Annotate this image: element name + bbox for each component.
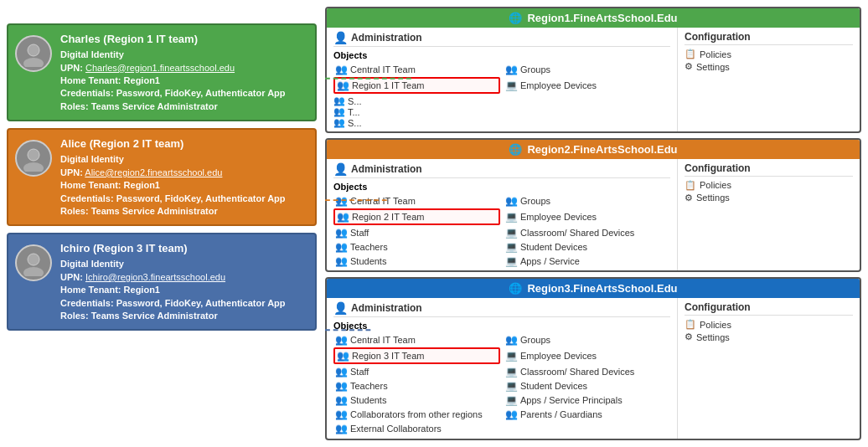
region3-groups: 👥 Groups <box>504 333 670 347</box>
region2-settings: ⚙ Settings <box>685 193 853 203</box>
policies-icon: 📋 <box>685 49 696 59</box>
region3-objects-label: Objects <box>333 321 670 331</box>
region3-teachers: 👥 Teachers <box>333 379 500 393</box>
region3-central-it: 👥 Central IT Team <box>333 333 500 347</box>
region3-header: 🌐 Region3.FineArtsSchool.Edu <box>327 279 860 298</box>
region2-objects-label: Objects <box>333 182 670 192</box>
region2-admin-icon: 👤 <box>333 162 348 176</box>
charles-creds: Credentials: Password, FidoKey, Authenti… <box>60 87 286 100</box>
alice-avatar <box>15 140 52 177</box>
region1-admin-title: 👤 Administration <box>333 31 670 47</box>
alice-upn: UPN: Alice@region2.fineartsschool.edu <box>60 167 286 179</box>
region3-objects-grid: 👥 Central IT Team 👥 Groups 👥 Region 3 IT… <box>333 333 670 435</box>
region2-staff: 👥 Staff <box>333 226 500 239</box>
charles-upn: UPN: Charles@region1.fineartsschool.edu <box>60 62 286 74</box>
alice-tenant: Home Tenant: Region1 <box>60 179 286 192</box>
region3-box: 🌐 Region3.FineArtsSchool.Edu 👤 Administr… <box>325 277 861 440</box>
region1-central-it: 👥 Central IT Team <box>333 63 500 76</box>
region2-teachers: 👥 Teachers <box>333 240 500 254</box>
charles-tenant: Home Tenant: Region1 <box>60 74 286 87</box>
region2-header: 🌐 Region2.FineArtsSchool.Edu <box>327 140 860 159</box>
region3-parents: 👥 Parents / Guardians <box>504 408 670 421</box>
ichiro-avatar <box>15 244 52 281</box>
region2-title: Region2.FineArtsSchool.Edu <box>527 143 677 156</box>
region3-staff: 👥 Staff <box>333 365 500 378</box>
settings-icon: ⚙ <box>685 61 693 72</box>
ichiro-tenant: Home Tenant: Region1 <box>60 284 286 296</box>
region2-classroom-devices: 💻 Classroom/ Shared Devices <box>504 226 670 239</box>
r2-settings-icon: ⚙ <box>685 193 693 203</box>
svg-point-4 <box>28 254 39 265</box>
region3-title: Region3.FineArtsSchool.Edu <box>527 282 677 295</box>
central-it-icon: 👥 <box>335 64 348 75</box>
region3-apps: 💻 Apps / Service Principals <box>504 393 670 407</box>
region3-policies: 📋 Policies <box>685 319 853 330</box>
people-panel: Charles (Region 1 IT team) Digital Ident… <box>7 7 317 440</box>
region1-body: 👤 Administration Objects 👥 Central IT Te… <box>327 28 860 131</box>
charles-info: Charles (Region 1 IT team) Digital Ident… <box>60 32 286 113</box>
region2-central-it: 👥 Central IT Team <box>333 194 500 208</box>
ichiro-info: Ichiro (Region 3 IT team) Digital Identi… <box>60 241 286 322</box>
svg-point-1 <box>23 58 44 67</box>
ichiro-creds: Credentials: Password, FidoKey, Authenti… <box>60 297 286 310</box>
region1-globe-icon: 🌐 <box>509 12 522 24</box>
region1-extra-items: 👥S... 👥T... 👥S... <box>333 95 670 128</box>
region1-objects-grid: 👥 Central IT Team 👥 Groups 👥 Region 1 IT… <box>333 63 670 94</box>
region3-employee-devices: 💻 Employee Devices <box>504 347 670 364</box>
charles-roles: Roles: Teams Service Administrator <box>60 100 286 113</box>
region3-globe-icon: 🌐 <box>509 282 522 295</box>
region1-header: 🌐 Region1.FineArtsSchool.Edu <box>327 8 860 28</box>
alice-card: Alice (Region 2 IT team) Digital Identit… <box>7 128 317 226</box>
region1-groups: 👥 Groups <box>504 63 670 76</box>
region1-settings: ⚙ Settings <box>685 61 853 72</box>
region2-config-section: Configuration 📋 Policies ⚙ Settings <box>678 159 860 271</box>
charles-digital-id: Digital Identity <box>60 49 286 61</box>
region3-admin-icon: 👤 <box>333 301 348 315</box>
region2-admin-title: 👤 Administration <box>333 162 670 178</box>
region2-objects-grid: 👥 Central IT Team 👥 Groups 👥 Region 2 IT… <box>333 194 670 268</box>
alice-roles: Roles: Teams Service Administrator <box>60 205 286 218</box>
ichiro-roles: Roles: Teams Service Administrator <box>60 310 286 322</box>
r3-policies-icon: 📋 <box>685 319 696 330</box>
region3-settings: ⚙ Settings <box>685 331 853 342</box>
region1-config-items: 📋 Policies ⚙ Settings <box>685 49 853 72</box>
region2-it-team: 👥 Region 2 IT Team <box>333 208 500 225</box>
region3-admin-section: 👤 Administration Objects 👥 Central IT Te… <box>327 298 678 439</box>
alice-name: Alice (Region 2 IT team) <box>60 136 286 152</box>
ichiro-name: Ichiro (Region 3 IT team) <box>60 241 286 256</box>
regions-panel: 🌐 Region1.FineArtsSchool.Edu 👤 Administr… <box>325 7 861 440</box>
groups-icon: 👥 <box>505 64 518 75</box>
ichiro-card: Ichiro (Region 3 IT team) Digital Identi… <box>7 233 317 331</box>
svg-point-0 <box>28 44 39 56</box>
r2-policies-icon: 📋 <box>685 180 696 191</box>
region3-body: 👤 Administration Objects 👥 Central IT Te… <box>327 298 860 439</box>
region3-classroom-devices: 💻 Classroom/ Shared Devices <box>504 365 670 378</box>
region1-config-title: Configuration <box>685 31 853 45</box>
region3-config-section: Configuration 📋 Policies ⚙ Settings <box>678 298 860 439</box>
region1-box: 🌐 Region1.FineArtsSchool.Edu 👤 Administr… <box>325 7 861 133</box>
region2-admin-section: 👤 Administration Objects 👥 Central IT Te… <box>327 159 678 271</box>
region3-it-team: 👥 Region 3 IT Team <box>333 347 500 364</box>
region3-external: 👥 External Collaborators <box>333 422 500 435</box>
svg-point-2 <box>28 149 39 161</box>
region2-config-title: Configuration <box>685 162 853 177</box>
region1-it-team: 👥 Region 1 IT Team <box>333 77 500 94</box>
region2-groups: 👥 Groups <box>504 194 670 208</box>
charles-name: Charles (Region 1 IT team) <box>60 32 286 47</box>
region2-student-devices: 💻 Student Devices <box>504 240 670 254</box>
region2-body: 👤 Administration Objects 👥 Central IT Te… <box>327 159 860 271</box>
main-container: Charles (Region 1 IT team) Digital Ident… <box>0 0 868 447</box>
region3-collaborators: 👥 Collaborators from other regions <box>333 408 500 421</box>
charles-card: Charles (Region 1 IT team) Digital Ident… <box>7 23 317 121</box>
region3-students: 👥 Students <box>333 393 500 407</box>
ichiro-digital-id: Digital Identity <box>60 258 286 270</box>
alice-digital-id: Digital Identity <box>60 153 286 166</box>
region3-config-items: 📋 Policies ⚙ Settings <box>685 319 853 342</box>
charles-avatar <box>15 35 52 72</box>
alice-creds: Credentials: Password, FidoKey, Authenti… <box>60 193 286 205</box>
region1-objects-label: Objects <box>333 50 670 60</box>
region2-box: 🌐 Region2.FineArtsSchool.Edu 👤 Administr… <box>325 138 861 273</box>
region1-admin-section: 👤 Administration Objects 👥 Central IT Te… <box>327 28 678 131</box>
r3-settings-icon: ⚙ <box>685 331 693 342</box>
region2-config-items: 📋 Policies ⚙ Settings <box>685 180 853 203</box>
